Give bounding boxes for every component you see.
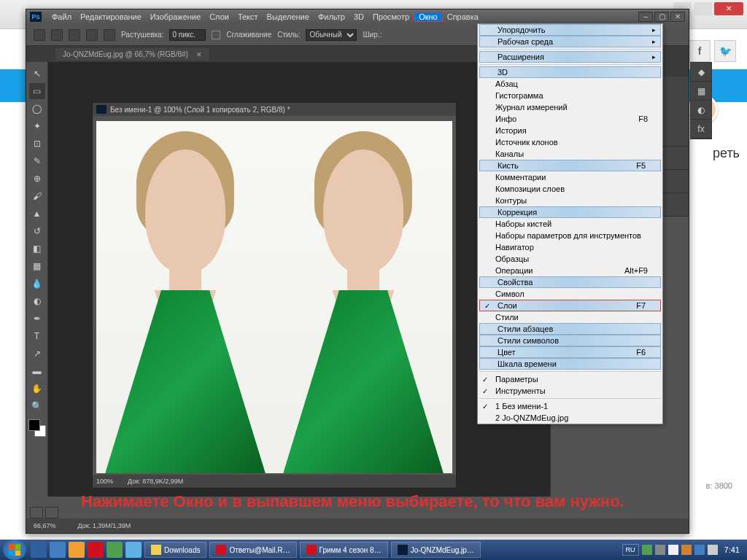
tray-icon-1[interactable] — [642, 545, 652, 555]
marquee-mode-2[interactable] — [69, 29, 80, 41]
styles-panel-icon[interactable]: fx — [691, 120, 711, 139]
marquee-tool[interactable]: ▭ — [29, 83, 45, 99]
menu-window[interactable]: Окно — [414, 12, 443, 22]
menu-edit[interactable]: Редактирование — [76, 12, 146, 21]
menu-help[interactable]: Справка — [443, 12, 483, 21]
document-titlebar[interactable]: Без имени-1 @ 100% (Слой 1 копировать 2,… — [93, 103, 456, 116]
taskbar-task-mail[interactable]: Ответы@Mail.R… — [209, 542, 296, 558]
foreground-color[interactable] — [28, 419, 40, 431]
menu-item-навигатор[interactable]: Навигатор — [478, 241, 662, 253]
menu-item-композиции-слоев[interactable]: Композиции слоев — [478, 183, 662, 195]
menu-item-абзац[interactable]: Абзац — [478, 78, 662, 90]
ps-min-button[interactable]: – — [638, 12, 653, 22]
quicklaunch-6[interactable] — [125, 542, 142, 558]
menu-item-параметры[interactable]: ✓Параметры — [478, 373, 662, 385]
menu-view[interactable]: Просмотр — [368, 12, 414, 21]
menu-item-стили-абзацев[interactable]: Стили абзацев — [479, 323, 661, 335]
menu-layers[interactable]: Слои — [205, 12, 233, 21]
tray-icon-3[interactable] — [668, 545, 678, 555]
logout-link[interactable]: ВЫХОД — [714, 73, 743, 82]
taskbar-task-downloads[interactable]: Downloads — [144, 542, 206, 558]
menu-item-стили[interactable]: Стили — [478, 311, 662, 323]
healing-tool[interactable]: ⊕ — [29, 171, 45, 187]
move-tool[interactable]: ↖ — [29, 66, 45, 82]
quicklaunch-opera[interactable] — [88, 542, 104, 558]
hand-tool[interactable]: ✋ — [29, 381, 45, 397]
menu-image[interactable]: Изображение — [146, 12, 205, 21]
menu-item-источник-клонов[interactable]: Источник клонов — [478, 136, 662, 148]
menu-item-3d[interactable]: 3D — [479, 66, 661, 78]
quicklaunch-1[interactable] — [31, 542, 47, 558]
taskbar-task-grimm[interactable]: Гримм 4 сезон 8… — [300, 542, 388, 558]
menu-item-расширения[interactable]: Расширения▸ — [479, 51, 661, 63]
menu-item-образцы[interactable]: Образцы — [478, 253, 662, 265]
menu-item-инструменты[interactable]: ✓Инструменты — [478, 385, 662, 397]
menu-item-гистограмма[interactable]: Гистограмма — [478, 90, 662, 101]
ps-close-button[interactable]: ✕ — [670, 12, 685, 22]
crop-tool[interactable]: ⊡ — [29, 136, 45, 152]
quicklaunch-3[interactable] — [69, 542, 85, 558]
status-zoom[interactable]: 66,67% — [34, 522, 56, 529]
menu-item-рабочая-среда[interactable]: Рабочая среда▸ — [479, 36, 661, 47]
pen-tool[interactable]: ✒ — [29, 311, 45, 327]
menu-item-2-jo-qnzmdeug.jpg[interactable]: 2 Jo-QNZMdEug.jpg — [478, 412, 662, 424]
browser-close-button[interactable]: ✕ — [714, 2, 743, 15]
quicklaunch-5[interactable] — [107, 542, 123, 558]
menu-item-1-без-имени-1[interactable]: ✓1 Без имени-1 — [478, 400, 662, 412]
menu-item-комментарии[interactable]: Комментарии — [478, 171, 662, 183]
path-tool[interactable]: ↗ — [29, 346, 45, 362]
tray-icon-4[interactable] — [681, 545, 692, 555]
zoom-tool[interactable]: 🔍 — [29, 398, 45, 414]
marquee-mode-4[interactable] — [104, 29, 115, 41]
stamp-tool[interactable]: ▲ — [29, 206, 45, 222]
tray-icon-5[interactable] — [694, 545, 705, 555]
menu-text[interactable]: Текст — [233, 12, 263, 21]
menu-item-кисть[interactable]: КистьF5 — [479, 160, 661, 171]
blur-tool[interactable]: 💧 — [29, 276, 45, 292]
menu-3d[interactable]: 3D — [349, 12, 368, 21]
start-button[interactable] — [3, 540, 26, 560]
ps-max-button[interactable]: ▢ — [654, 12, 669, 22]
history-brush-tool[interactable]: ↺ — [29, 223, 45, 239]
shape-tool[interactable]: ▬ — [29, 363, 45, 379]
menu-item-журнал-измерений[interactable]: Журнал измерений — [478, 101, 662, 113]
menu-filter[interactable]: Фильтр — [314, 12, 349, 21]
menu-item-цвет[interactable]: ЦветF6 — [479, 346, 661, 358]
document-window[interactable]: Без имени-1 @ 100% (Слой 1 копировать 2,… — [92, 102, 457, 489]
quick-mask-button[interactable] — [30, 507, 43, 518]
gradient-tool[interactable]: ▦ — [29, 258, 45, 274]
tray-icon-2[interactable] — [655, 545, 665, 555]
dodge-tool[interactable]: ◐ — [29, 293, 45, 309]
type-tool[interactable]: T — [29, 328, 45, 344]
menu-item-наборы-кистей[interactable]: Наборы кистей — [478, 218, 662, 230]
antialias-checkbox[interactable] — [212, 31, 220, 39]
menu-item-свойства[interactable]: Свойства — [479, 276, 661, 288]
quicklaunch-2[interactable] — [50, 542, 66, 558]
marquee-mode-1[interactable] — [51, 29, 63, 41]
eyedropper-tool[interactable]: ✎ — [29, 153, 45, 169]
doc-zoom[interactable]: 100% — [96, 478, 113, 485]
menu-item-упорядочить[interactable]: Упорядочить▸ — [479, 24, 661, 36]
tool-preset-button[interactable] — [34, 29, 45, 41]
menu-item-слои[interactable]: ✓СлоиF7 — [479, 300, 661, 311]
color-swatches[interactable] — [28, 419, 46, 437]
language-indicator[interactable]: RU — [622, 544, 639, 556]
menu-item-каналы[interactable]: Каналы — [478, 148, 662, 160]
color-panel-icon[interactable]: ◆ — [691, 63, 711, 82]
screen-mode-button[interactable] — [45, 507, 58, 518]
menu-item-инфо[interactable]: ИнфоF8 — [478, 113, 662, 125]
document-canvas[interactable] — [96, 121, 452, 473]
twitter-icon[interactable]: 🐦 — [714, 40, 736, 62]
document-tab-1[interactable]: Jo-QNZMdEug.jpg @ 66,7% (RGB/8#) ✕ — [55, 48, 210, 61]
taskbar-clock[interactable]: 7:41 — [721, 545, 743, 554]
wand-tool[interactable]: ✦ — [29, 118, 45, 134]
menu-item-операции[interactable]: ОперацииAlt+F9 — [478, 265, 662, 276]
menu-item-шкала-времени[interactable]: Шкала времени — [479, 358, 661, 370]
style-select[interactable]: Обычный — [306, 29, 357, 41]
menu-item-контуры[interactable]: Контуры — [478, 195, 662, 206]
adjustments-panel-icon[interactable]: ◐ — [691, 101, 711, 120]
swatches-panel-icon[interactable]: ▦ — [691, 82, 711, 101]
marquee-mode-3[interactable] — [86, 29, 98, 41]
taskbar-task-ps[interactable]: Jo-QNZMdEug.jp… — [391, 542, 481, 558]
tab-close-icon[interactable]: ✕ — [196, 51, 202, 58]
